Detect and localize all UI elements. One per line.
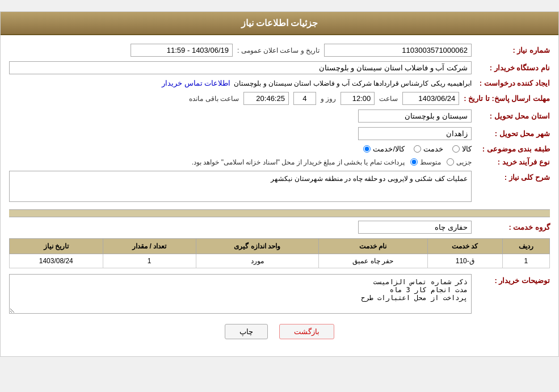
- announce-value: 1403/06/19 - 11:59: [131, 44, 233, 57]
- countdown-value: 20:46:25: [243, 92, 289, 105]
- province-label: استان محل تحویل :: [476, 112, 550, 120]
- deadline-time: 12:00: [341, 92, 375, 105]
- process-motevaset-radio[interactable]: [410, 158, 418, 166]
- contact-link[interactable]: اطلاعات تماس خریدار: [162, 79, 230, 87]
- province-value: سیستان و بلوچستان: [358, 109, 472, 123]
- cell-service-code: ق-110: [427, 254, 502, 268]
- process-motevaset: متوسط: [410, 158, 441, 166]
- cell-service-name: حفر چاه عمیق: [318, 254, 427, 268]
- cell-row-num: 1: [502, 254, 549, 268]
- page-container: جزئیات اطلاعات نیاز شماره نیاز : 1103003…: [0, 11, 559, 357]
- buyer-org-value: شرکت آب و فاضلاب استان سیستان و بلوچستان: [9, 61, 472, 74]
- deadline-row: مهلت ارسال پاسخ: تا تاریخ : 1403/06/24 س…: [9, 92, 550, 105]
- buyer-org-label: نام دستگاه خریدار :: [476, 64, 550, 72]
- countdown-label: ساعت باقی مانده: [189, 95, 239, 103]
- cell-unit: مورد: [196, 254, 318, 268]
- request-number-value: 1103003571000062: [324, 44, 472, 57]
- services-section-header: [9, 209, 550, 217]
- days-value: 4: [293, 92, 316, 105]
- table-row: 1 ق-110 حفر چاه عمیق مورد 1 1403/08/24: [10, 254, 550, 268]
- col-quantity: تعداد / مقدار: [103, 239, 196, 254]
- cell-date: 1403/08/24: [10, 254, 103, 268]
- col-row-num: ردیف: [502, 239, 549, 254]
- time-label: ساعت: [379, 95, 398, 103]
- province-row: استان محل تحویل : سیستان و بلوچستان: [9, 109, 550, 123]
- creator-name: ابراهیمیه ریکی کارشناس قراردادها شرکت آب…: [234, 79, 472, 87]
- category-options: کالا خدمت کالا/خدمت: [363, 145, 472, 153]
- category-kala-khedmat-label: کالا/خدمت: [373, 145, 405, 153]
- col-unit: واحد اندازه گیری: [196, 239, 318, 254]
- creator-row: ایجاد کننده درخواست : ابراهیمیه ریکی کار…: [9, 79, 550, 87]
- services-table: ردیف کد خدمت نام خدمت واحد اندازه گیری ت…: [9, 238, 550, 268]
- service-group-value: حفاری چاه: [358, 221, 472, 234]
- buyer-notes-input[interactable]: [9, 274, 472, 314]
- general-desc-label: شرح کلی نیاز :: [476, 171, 550, 182]
- page-title: جزئیات اطلاعات نیاز: [241, 18, 318, 28]
- content-area: شماره نیاز : 1103003571000062 تاریخ و سا…: [1, 35, 558, 356]
- process-note: پرداخت تمام یا بخشی از مبلغ خریدار از مح…: [192, 158, 405, 166]
- page-header: جزئیات اطلاعات نیاز: [1, 12, 558, 35]
- category-label: طبقه بندی موضوعی :: [476, 145, 550, 153]
- creator-label: ایجاد کننده درخواست :: [476, 79, 550, 87]
- category-kala-khedmat: کالا/خدمت: [363, 145, 405, 153]
- process-label: نوع فرآیند خرید :: [476, 158, 550, 166]
- category-khedmat: خدمت: [414, 145, 443, 153]
- city-label: شهر محل تحویل :: [476, 129, 550, 138]
- buyer-org-row: نام دستگاه خریدار : شرکت آب و فاضلاب است…: [9, 61, 550, 74]
- process-jozi-label: جزیی: [456, 158, 472, 166]
- deadline-date: 1403/06/24: [402, 92, 459, 105]
- request-number-label: شماره نیاز :: [476, 46, 550, 54]
- general-desc-row: شرح کلی نیاز : (function() { var el = do…: [9, 171, 550, 204]
- category-kala-radio[interactable]: [452, 145, 460, 153]
- city-row: شهر محل تحویل : زاهدان: [9, 127, 550, 140]
- col-date: تاریخ نیاز: [10, 239, 103, 254]
- service-group-row: گروه خدمت : حفاری چاه: [9, 221, 550, 234]
- general-desc-input[interactable]: [9, 171, 472, 202]
- category-khedmat-radio[interactable]: [414, 145, 421, 153]
- category-kala-khedmat-radio[interactable]: [363, 145, 371, 153]
- category-kala-label: کالا: [462, 145, 472, 153]
- process-motevaset-label: متوسط: [420, 158, 441, 166]
- deadline-label: مهلت ارسال پاسخ: تا تاریخ :: [464, 94, 550, 103]
- buyer-notes-row: توضیحات خریدار : (function() { var el = …: [9, 274, 550, 315]
- col-service-name: نام خدمت: [318, 239, 427, 254]
- service-group-label: گروه خدمت :: [476, 223, 550, 231]
- category-khedmat-label: خدمت: [423, 145, 443, 153]
- print-button[interactable]: چاپ: [225, 324, 268, 339]
- category-row: طبقه بندی موضوعی : کالا خدمت کالا/خدمت: [9, 145, 550, 153]
- cell-quantity: 1: [103, 254, 196, 268]
- days-label: روز و: [321, 95, 336, 103]
- city-value: زاهدان: [358, 127, 472, 140]
- request-number-row: شماره نیاز : 1103003571000062 تاریخ و سا…: [9, 44, 550, 57]
- table-header-row: ردیف کد خدمت نام خدمت واحد اندازه گیری ت…: [10, 239, 550, 254]
- process-options: جزیی متوسط پرداخت تمام یا بخشی از مبلغ خ…: [9, 158, 472, 166]
- col-service-code: کد خدمت: [427, 239, 502, 254]
- process-jozi: جزیی: [447, 158, 472, 166]
- footer-buttons: بازگشت چاپ: [9, 324, 550, 348]
- process-row: نوع فرآیند خرید : جزیی متوسط پرداخت تمام…: [9, 158, 550, 166]
- process-jozi-radio[interactable]: [447, 158, 454, 166]
- announce-label: تاریخ و ساعت اعلان عمومی :: [237, 47, 320, 54]
- buyer-notes-label: توضیحات خریدار :: [476, 274, 550, 285]
- category-kala: کالا: [452, 145, 472, 153]
- back-button[interactable]: بازگشت: [279, 324, 334, 339]
